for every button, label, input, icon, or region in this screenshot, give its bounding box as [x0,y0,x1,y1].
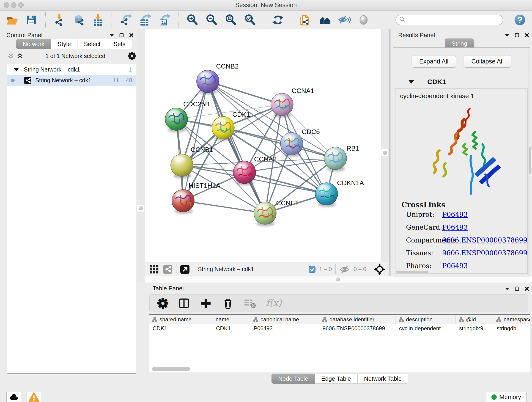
first-neighbors-icon[interactable] [299,13,312,27]
zoom-fit-icon[interactable] [224,13,237,27]
zoom-in-icon[interactable] [186,13,199,27]
table-splitter-handle[interactable] [336,277,340,281]
table-hscroll[interactable] [152,367,190,371]
left-splitter[interactable] [137,29,145,282]
right-splitter[interactable] [381,29,390,262]
gear-icon[interactable] [157,298,168,309]
collapse-all-button[interactable]: Collapse All [464,55,511,68]
tab-edge-table[interactable]: Edge Table [315,374,358,384]
results-splitter[interactable] [389,29,391,282]
network-collection-row[interactable]: String Network – cdk1 1 [7,64,136,75]
network-node-HIST1H1A[interactable] [172,190,194,214]
right-splitter-toggle[interactable] [381,149,388,156]
float-window-icon[interactable] [119,33,124,37]
close-icon[interactable] [525,33,529,37]
help-icon[interactable]: ? [513,13,526,27]
float-window-icon[interactable] [515,33,519,37]
columns-icon[interactable] [177,297,190,310]
grid-view-icon[interactable] [149,264,159,274]
left-splitter-toggle[interactable] [137,205,144,211]
refresh-icon[interactable] [271,13,285,27]
crosslink-link[interactable]: P06493 [442,262,468,270]
import-database-icon[interactable] [72,13,85,27]
close-icon[interactable] [129,33,133,37]
crosslink-link[interactable]: P06493 [442,211,468,218]
open-folder-icon[interactable] [6,13,19,27]
share-view-icon[interactable] [163,264,172,274]
menu-caret-icon[interactable] [505,33,509,37]
warnings-button[interactable] [27,392,41,402]
hide-selected-icon[interactable] [338,13,351,27]
menu-caret-icon[interactable] [505,287,509,291]
network-row-selected[interactable]: String Network – cdk1 11 48 [7,75,136,86]
column-header-name[interactable]: name [212,315,250,324]
table-panel-tabs: Node TableEdge TableNetwork Table [272,374,408,384]
protein-expander-icon[interactable] [409,80,414,84]
control-panel-window-controls[interactable] [109,33,133,37]
inspect-orb-icon[interactable] [357,13,370,27]
tab-string[interactable]: String [445,38,474,49]
search-icon [399,17,405,23]
zoom-selected-icon[interactable] [243,13,257,27]
network-node-CCNA1[interactable] [271,93,293,118]
column-header-@id[interactable]: @id [456,315,493,324]
results-vscroll[interactable] [529,147,531,174]
tab-select[interactable]: Select [77,39,107,49]
network-node-RB1[interactable] [324,147,347,172]
hidden-eye-icon[interactable] [339,264,350,274]
collection-expander-icon[interactable] [14,68,19,71]
crosslink-link[interactable]: 9606.ENSP00000378699 [442,236,527,244]
collapse-all-networks-icon[interactable] [8,53,14,59]
export-image-icon[interactable] [158,13,171,27]
save-icon[interactable] [25,13,38,27]
crosslink-label: Uniprot: [406,211,434,218]
expand-all-button[interactable]: Expand All [412,55,456,68]
selected-checkbox-icon[interactable] [309,266,316,273]
column-header-description[interactable]: description [395,315,456,324]
column-header-namespace[interactable]: namespace [493,315,530,324]
search-input[interactable] [407,17,500,23]
network-node-CCNA2[interactable] [233,161,256,185]
table-row[interactable]: CDK1CDK1P064939606.ENSP00000378699cyclin… [149,324,530,333]
network-node-CDC25B[interactable] [165,108,188,132]
tab-node-table[interactable]: Node Table [272,374,315,384]
fit-content-icon[interactable] [374,264,385,275]
tab-network[interactable]: Network [16,39,51,49]
tab-sets[interactable]: Sets [107,39,132,49]
protein-hscroll[interactable] [396,271,428,273]
import-table-icon[interactable] [91,13,104,27]
tab-style[interactable]: Style [51,39,77,49]
network-options-gear-icon[interactable] [128,52,136,60]
protein-section-header[interactable]: CDK1 [394,75,529,89]
close-icon[interactable] [525,287,529,291]
table-panel-window-controls[interactable] [505,287,529,291]
network-node-CCNE1[interactable] [254,202,276,226]
cloud-button[interactable] [6,392,21,402]
network-node-CDKN1A[interactable] [315,183,338,207]
import-network-icon[interactable] [53,13,66,27]
expand-all-networks-icon[interactable] [17,53,23,59]
results-panel-window-controls[interactable] [505,33,529,37]
column-header-database-identifier[interactable]: database identifier [319,315,395,324]
collection-label: String Network – cdk1 [24,66,128,73]
protein-description: cyclin-dependent kinase 1 [400,92,474,100]
crosslink-link[interactable]: 9606.ENSP00000378699 [442,249,527,257]
menu-caret-icon[interactable] [109,33,114,37]
network-node-CDK1[interactable] [212,116,234,141]
export-table-icon[interactable] [138,13,152,27]
network-canvas[interactable]: CCNB2CCNA1CDC25BCDK1CDC6RB1CCNB1CCNA2CDK… [145,29,381,262]
float-window-icon[interactable] [515,287,519,291]
homes-icon[interactable] [318,13,332,27]
crosslink-link[interactable]: P06493 [442,223,468,231]
column-header-canonical-name[interactable]: canonical name [250,315,319,324]
add-icon[interactable] [200,297,212,310]
network-node-CCNB1[interactable] [171,154,193,178]
search-box [395,15,503,25]
column-header-shared-name[interactable]: shared name [149,315,212,324]
tab-network-table[interactable]: Network Table [358,374,408,384]
open-view-icon[interactable] [180,264,190,274]
trash-icon[interactable] [222,297,234,310]
memory-button[interactable]: Memory [486,392,526,402]
zoom-out-icon[interactable] [205,13,218,27]
export-network-icon[interactable] [119,13,133,27]
